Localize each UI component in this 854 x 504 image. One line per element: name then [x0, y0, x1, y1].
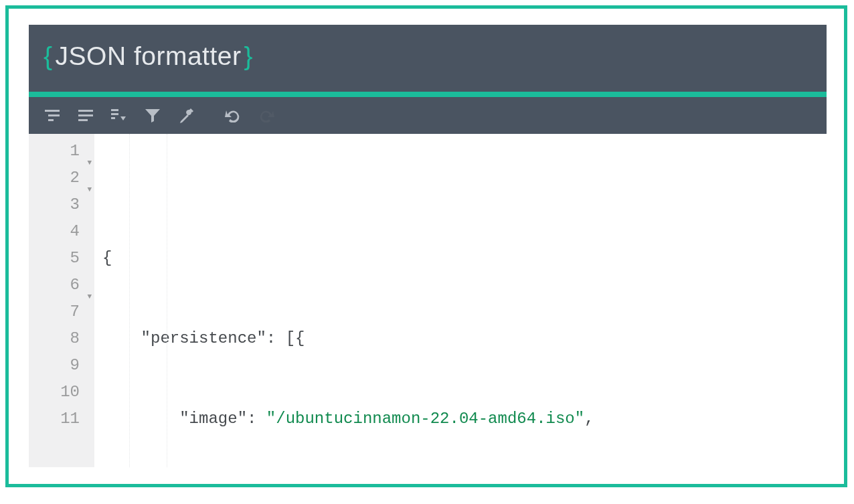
code-token: "/ubuntucinnamon-22.04-amd64.iso" [266, 410, 584, 428]
app-frame: { JSON formatter } 1▼ 2▼ 3 [5, 5, 847, 487]
line-number: 8 [70, 329, 80, 347]
code-content[interactable]: { "persistence": [{ "image": "/ubuntucin… [94, 134, 827, 467]
svg-rect-4 [78, 114, 93, 116]
svg-rect-5 [78, 119, 88, 121]
code-token: "image" [179, 410, 247, 428]
app-header: { JSON formatter } [29, 25, 827, 92]
sort-icon[interactable] [105, 102, 133, 130]
line-number: 10 [60, 383, 80, 401]
line-number: 2 [70, 169, 80, 187]
filter-icon[interactable] [139, 102, 167, 130]
line-number: 5 [70, 249, 80, 267]
code-token: { [102, 249, 112, 267]
brace-open-icon: { [44, 41, 53, 71]
line-number: 6 [70, 276, 80, 294]
code-token: : [247, 410, 266, 428]
line-number: 9 [70, 356, 80, 374]
fold-toggle-icon[interactable]: ▼ [87, 176, 92, 203]
app-title: JSON formatter [56, 41, 242, 71]
line-number: 7 [70, 303, 80, 321]
svg-rect-8 [111, 117, 115, 119]
code-token: : [{ [266, 329, 305, 347]
toolbar [29, 97, 827, 134]
line-number: 1 [70, 142, 80, 160]
svg-rect-1 [48, 114, 60, 116]
line-gutter: 1▼ 2▼ 3 4 5 6▼ 7 8 9 10 11 [29, 134, 94, 467]
line-number: 11 [60, 410, 80, 428]
accent-stripe [29, 92, 827, 97]
brace-close-icon: } [244, 41, 253, 71]
svg-rect-6 [111, 109, 118, 111]
code-token: "persistence" [141, 329, 266, 347]
code-token: , [584, 410, 594, 428]
fold-toggle-icon[interactable]: ▼ [87, 283, 92, 310]
undo-icon[interactable] [219, 102, 247, 130]
line-number: 3 [70, 195, 80, 214]
minify-icon[interactable] [72, 102, 100, 130]
redo-icon [252, 102, 280, 130]
settings-icon[interactable] [172, 102, 200, 130]
svg-rect-3 [78, 110, 93, 112]
svg-rect-2 [48, 119, 54, 121]
line-number: 4 [70, 222, 80, 240]
format-icon[interactable] [38, 102, 66, 130]
svg-rect-7 [111, 113, 118, 115]
fold-toggle-icon[interactable]: ▼ [87, 149, 92, 176]
code-editor[interactable]: 1▼ 2▼ 3 4 5 6▼ 7 8 9 10 11 { "persistenc… [29, 134, 827, 467]
svg-rect-0 [45, 110, 60, 112]
